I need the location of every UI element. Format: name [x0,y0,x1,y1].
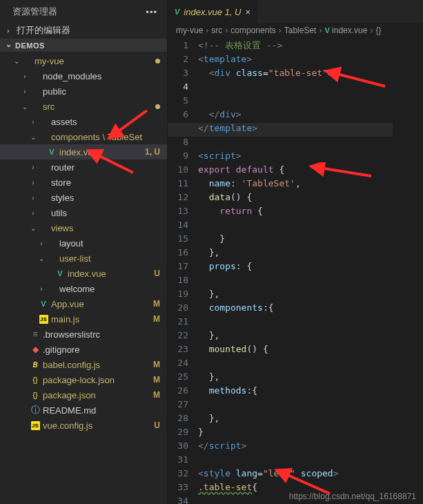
workspace-section[interactable]: ⌄ DEMOS [0,39,167,52]
code-line[interactable]: </div> [198,108,423,122]
file-package-lock[interactable]: {}package-lock.jsonM [0,372,167,387]
code-line[interactable] [198,453,423,467]
tab-bar: V index.vue 1, U × [168,0,423,23]
tree-item-label: .gitignore [43,345,160,355]
code-line[interactable]: <div class="table-set"> [198,66,423,80]
line-number: 9 [168,149,188,163]
folder-components-tableset[interactable]: ⌄components \ TableSet [0,129,167,144]
line-number: 12 [168,191,188,204]
code-line[interactable] [198,494,423,504]
code-line[interactable]: .table-set{ [198,481,423,494]
code-line[interactable] [198,273,423,287]
breadcrumb-item[interactable]: my-vue [176,26,203,35]
folder-styles[interactable]: ›styles [0,190,167,205]
breadcrumb-item[interactable]: components [230,26,275,35]
chevron-right-icon: › [225,26,228,35]
line-number: 2 [168,52,188,66]
line-number: 8 [168,135,188,149]
file-app-vue[interactable]: VApp.vueM [0,296,167,311]
code-line[interactable] [198,135,423,149]
tree-item-label: assets [51,117,160,127]
line-number: 5 [168,94,188,108]
folder-layout[interactable]: ›layout [0,235,167,251]
code-line[interactable]: return { [198,204,423,218]
file-babel-config[interactable]: Bbabel.config.jsM [0,357,167,372]
code-line[interactable]: data() { [198,191,423,204]
code-editor[interactable]: 1234567891011121314151617181920212223242… [168,37,423,504]
code-line[interactable]: props: { [198,260,423,273]
code-line[interactable] [198,94,423,108]
code-line[interactable]: }, [198,287,423,301]
more-icon[interactable]: ••• [146,7,157,17]
code-line[interactable] [198,356,423,370]
line-gutter: 1234567891011121314151617181920212223242… [168,37,198,504]
folder-utils[interactable]: ›utils [0,205,167,220]
code-line[interactable]: <style lang="less" scoped> [198,467,423,481]
scm-badge: 1, U [142,147,160,157]
code-line[interactable]: <script> [198,149,423,163]
folder-views[interactable]: ⌄views [0,220,167,235]
code-line[interactable]: } [198,232,423,246]
modified-dot-icon [155,59,160,64]
file-browserslistrc[interactable]: ≡.browserslistrc [0,327,167,342]
tree-item-label: layout [59,238,160,249]
folder-my-vue[interactable]: ⌄my-vue [0,53,167,68]
file-tree: ⌄my-vue›node_modules›public⌄src›assets⌄c… [0,52,167,504]
file-package-json[interactable]: {}package.jsonM [0,387,167,403]
file-vue-config[interactable]: JSvue.config.jsU [0,418,167,433]
folder-store[interactable]: ›store [0,175,167,190]
chevron-icon: › [29,164,37,171]
tab-index-vue[interactable]: V index.vue 1, U × [168,0,258,23]
code-line[interactable]: <template> [198,52,423,66]
json-icon: {} [29,391,41,399]
line-number: 29 [168,425,188,439]
conf-icon: ≡ [29,329,41,339]
code-line[interactable]: components:{ [198,301,423,315]
tree-item-label: index.vue [68,269,151,279]
breadcrumb-item[interactable]: V index.vue [324,26,367,35]
code-line[interactable] [198,315,423,329]
code-line[interactable]: } [198,425,423,439]
breadcrumb-item[interactable]: {} [375,26,381,35]
tree-item-label: utils [51,208,160,218]
line-number: 10 [168,163,188,177]
folder-user-list[interactable]: ⌄user-list [0,251,167,266]
breadcrumb-item[interactable]: src [211,26,222,35]
code-line[interactable]: </script> [198,439,423,453]
git-icon: ◆ [29,345,41,354]
tree-item-label: App.vue [51,299,150,309]
file-gitignore[interactable]: ◆.gitignore [0,342,167,357]
breadcrumb-item[interactable]: TableSet [284,26,317,35]
file-components-index-vue[interactable]: Vindex.vue1, U [0,144,167,159]
breadcrumb[interactable]: my-vue›src›components›TableSet›V index.v… [168,23,423,37]
code-line[interactable]: }, [198,329,423,342]
folder-assets[interactable]: ›assets [0,114,167,129]
code-line[interactable]: export default { [198,163,423,177]
code-line[interactable]: </template> [198,122,423,135]
code-content[interactable]: <!-- 表格设置 --><template> <div class="tabl… [198,37,423,504]
folder-node-modules[interactable]: ›node_modules [0,68,167,84]
file-views-index-vue[interactable]: Vindex.vueU [0,266,167,281]
folder-welcome[interactable]: ›welcome [0,281,167,296]
file-readme[interactable]: ⓘREADME.md [0,403,167,418]
code-line[interactable]: }, [198,411,423,425]
explorer-sidebar: 资源管理器 ••• › 打开的编辑器 ⌄ DEMOS ⌄my-vue›node_… [0,0,168,504]
close-icon[interactable]: × [245,7,250,17]
chevron-right-icon: › [7,26,17,35]
file-main-js[interactable]: JSmain.jsM [0,311,167,327]
folder-router[interactable]: ›router [0,159,167,175]
code-line[interactable]: methods:{ [198,384,423,398]
code-line[interactable]: mounted() { [198,342,423,356]
code-line[interactable] [198,218,423,232]
code-line[interactable]: }, [198,246,423,260]
code-line[interactable]: }, [198,370,423,384]
code-line[interactable] [198,398,423,411]
chevron-down-icon: ⌄ [6,40,15,49]
code-line[interactable]: <!-- 表格设置 --> [198,39,423,52]
open-editors-section[interactable]: › 打开的编辑器 [0,22,167,39]
code-line[interactable]: name: 'TableSet', [198,177,423,191]
scm-badge: M [150,299,160,309]
folder-public[interactable]: ›public [0,84,167,99]
folder-src[interactable]: ⌄src [0,99,167,114]
line-number: 18 [168,273,188,287]
